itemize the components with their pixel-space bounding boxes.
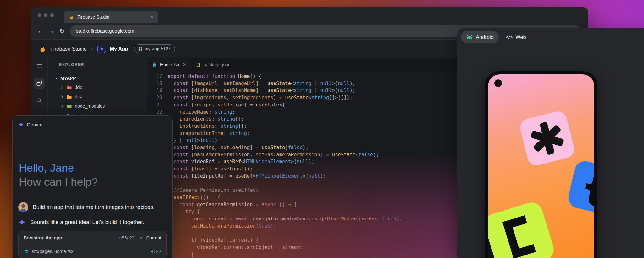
- window-controls: [38, 13, 54, 17]
- firebase-flame-icon: [69, 14, 74, 20]
- file-tree-root[interactable]: MYAPP: [48, 74, 147, 83]
- stage: Firebase Studio × ← → ↻ studio.firebase.…: [0, 0, 644, 258]
- file-tree-item-label: .idx: [75, 85, 82, 90]
- user-message-row: Build an app that lets me turn images in…: [18, 202, 167, 212]
- android-icon: [466, 35, 473, 40]
- android-toggle-label: Android: [476, 34, 494, 40]
- browser-tab-title: Firebase Studio: [77, 14, 147, 19]
- root-folder-label: MYAPP: [60, 76, 76, 81]
- assistant-message: Sounds like a great idea! Let's build it…: [30, 219, 144, 226]
- breadcrumb-separator: ›: [91, 45, 93, 52]
- chevron-down-icon: [55, 77, 58, 80]
- react-icon: [24, 249, 29, 254]
- greeting-line-2: How can I help?: [19, 175, 167, 189]
- file-tree-item-label: node_modules: [75, 104, 105, 109]
- preview-panel: Android </> Web {: [457, 28, 644, 258]
- explorer-files-icon[interactable]: [34, 78, 45, 89]
- file-tree-item-label: dist: [75, 94, 82, 99]
- gemini-greeting: Hello, Jane How can I help?: [19, 161, 167, 189]
- back-icon[interactable]: ←: [35, 26, 46, 36]
- file-tree: .idxdistnode_modulesscripts: [48, 83, 147, 120]
- browser-tab[interactable]: Firebase Studio ×: [64, 11, 158, 23]
- gemini-panel: Gemini Hello, Jane How can I help? Build…: [12, 115, 173, 258]
- window-dot[interactable]: [38, 13, 41, 17]
- editor-tab-package-json[interactable]: {} package.json: [191, 58, 236, 71]
- project-id-chip[interactable]: my-app-5127: [134, 44, 175, 53]
- camera-punch-hole: [494, 79, 502, 87]
- firebase-flame-icon: [38, 45, 47, 53]
- check-icon: ✓: [139, 235, 143, 241]
- project-id: my-app-5127: [145, 46, 171, 51]
- editor-tab-label: Home.tsx: [160, 62, 179, 67]
- gemini-header: Gemini: [18, 122, 167, 127]
- android-phone-mockup: {: [485, 71, 597, 258]
- editor-tab-home-tsx[interactable]: Home.tsx ×: [147, 58, 191, 71]
- web-toggle-label: Web: [515, 34, 526, 40]
- greeting-line-1: Hello, Jane: [19, 161, 167, 175]
- brace-tile: {: [566, 159, 594, 216]
- react-icon: [152, 62, 157, 67]
- bracket-glyph: [502, 215, 536, 258]
- android-toggle-button[interactable]: Android: [461, 31, 499, 43]
- forward-icon[interactable]: →: [46, 26, 57, 36]
- bootstrap-card: Bootstrap the app a56c23 ✓ Current src/p…: [18, 231, 167, 258]
- folder-icon: [67, 85, 72, 90]
- bootstrap-card-header[interactable]: Bootstrap the app a56c23 ✓ Current: [19, 231, 166, 245]
- web-toggle-button[interactable]: </> Web: [501, 31, 531, 43]
- gemini-star-icon: [18, 218, 26, 226]
- code-brackets-icon: </>: [506, 35, 513, 40]
- asterisk-tile: [518, 110, 576, 167]
- chevron-right-icon: [60, 86, 64, 89]
- diff-added-count: +122: [151, 249, 161, 254]
- card-title: Bootstrap the app: [24, 235, 116, 241]
- chevron-right-icon: [60, 105, 64, 108]
- editor-tab-label: package.json: [203, 62, 230, 67]
- folder-icon: [67, 104, 72, 109]
- explorer-title: EXPLORER: [48, 62, 147, 67]
- gemini-title: Gemini: [27, 122, 42, 127]
- tab-close-icon[interactable]: ×: [183, 62, 186, 67]
- window-dot[interactable]: [44, 13, 47, 17]
- chevron-right-icon: [60, 95, 64, 99]
- changed-file-row[interactable]: src/pages/Home.tsx +122: [19, 245, 166, 258]
- preview-target-toggle: Android </> Web: [461, 31, 644, 43]
- user-avatar: [18, 202, 28, 212]
- grid-icon: [138, 47, 142, 51]
- user-message: Build an app that lets me turn images in…: [33, 204, 155, 211]
- app-spark-icon: [97, 45, 106, 53]
- menu-icon[interactable]: [34, 61, 45, 71]
- folder-icon: [67, 94, 72, 99]
- assistant-message-row: Sounds like a great idea! Let's build it…: [18, 218, 167, 226]
- changed-file-path: src/pages/Home.tsx: [32, 249, 147, 254]
- window-dot[interactable]: [50, 13, 54, 17]
- file-tree-item-dist[interactable]: dist: [48, 92, 147, 101]
- brand-title[interactable]: Firebase Studio: [50, 46, 87, 52]
- url-text: studio.firebase.google.com: [76, 28, 134, 34]
- brace-glyph: {: [578, 162, 594, 210]
- commit-hash: a56c23: [119, 235, 135, 240]
- reload-icon[interactable]: ↻: [57, 26, 67, 36]
- browser-titlebar: Firebase Studio ×: [31, 7, 588, 23]
- app-preview-screen[interactable]: {: [488, 74, 594, 258]
- asterisk-glyph: [527, 119, 567, 158]
- status-badge: Current: [146, 235, 161, 240]
- file-tree-item-node_modules[interactable]: node_modules: [48, 101, 147, 111]
- gemini-star-icon: [18, 122, 24, 127]
- bracket-tile: [488, 200, 557, 258]
- json-icon: {}: [196, 62, 201, 67]
- file-tree-item-.idx[interactable]: .idx: [48, 83, 147, 92]
- project-name: My App: [110, 46, 128, 52]
- search-icon[interactable]: [34, 95, 45, 106]
- tab-close-icon[interactable]: ×: [151, 14, 154, 20]
